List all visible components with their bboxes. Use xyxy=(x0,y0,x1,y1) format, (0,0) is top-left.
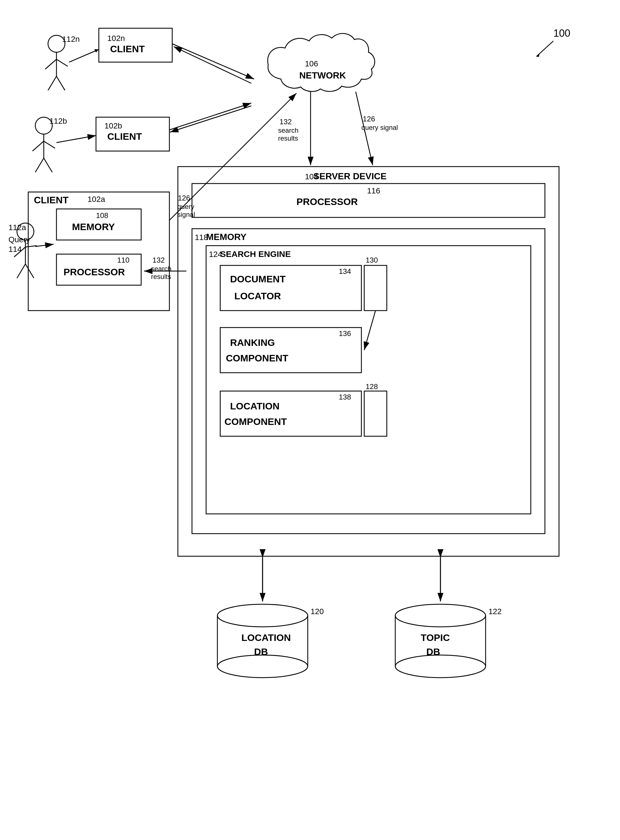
location-db-label1: LOCATION xyxy=(241,632,291,643)
search-results-label-left2: results xyxy=(151,273,171,280)
ref-112b-label: 112b xyxy=(50,117,67,125)
server-device-label: SERVER DEVICE xyxy=(313,171,387,181)
ref-120-label: 120 xyxy=(311,607,324,616)
ref-112n-label: 112n xyxy=(62,35,80,44)
svg-line-15 xyxy=(44,158,52,172)
svg-line-12 xyxy=(33,141,44,151)
memory-118-label: MEMORY xyxy=(206,232,247,242)
location-db-bottom xyxy=(217,655,308,677)
svg-line-3 xyxy=(45,59,56,69)
svg-line-18 xyxy=(170,106,251,132)
ref-136-label: 136 xyxy=(339,329,351,338)
ref-126-label-left: 126 xyxy=(178,194,190,202)
location-component-label2: COMPONENT xyxy=(224,416,287,427)
svg-line-22 xyxy=(17,264,26,278)
svg-line-13 xyxy=(44,141,55,148)
search-results-label-left: search xyxy=(151,265,172,272)
svg-marker-1 xyxy=(536,53,540,57)
ref-128-label: 128 xyxy=(366,382,378,391)
client-102a-box xyxy=(28,192,169,310)
client-102a-label: CLIENT xyxy=(34,194,69,205)
svg-line-25 xyxy=(364,310,376,350)
ref-132-label-right: 132 xyxy=(280,117,292,126)
ref-102b-label: 102b xyxy=(104,121,122,130)
network-cloud: 106 NETWORK xyxy=(268,34,375,92)
svg-line-14 xyxy=(35,158,44,172)
memory-108-label: MEMORY xyxy=(72,221,115,232)
search-results-label-right2: results xyxy=(278,134,298,142)
client-102b-label: CLIENT xyxy=(107,131,142,142)
topic-db-label1: TOPIC xyxy=(421,632,450,643)
ref-110-label: 110 xyxy=(117,256,129,264)
topic-db-top xyxy=(395,604,486,627)
system-diagram: 100 112n 102n CLIENT xyxy=(0,0,620,840)
ref-126-label-right: 126 xyxy=(363,114,375,123)
ref-114-label: 114 xyxy=(9,245,22,254)
location-db-label2: DB xyxy=(254,646,268,657)
client-102n-label: CLIENT xyxy=(110,44,145,54)
svg-line-16 xyxy=(56,135,96,143)
svg-line-24 xyxy=(35,244,54,247)
document-locator-label2: LOCATOR xyxy=(234,291,281,301)
ref-106-label: 106 xyxy=(305,59,318,68)
ranking-component-label1: RANKING xyxy=(230,337,275,348)
bracket-130 xyxy=(364,265,387,310)
processor-110-label: PROCESSOR xyxy=(63,266,125,277)
svg-line-7 xyxy=(69,50,99,62)
search-engine-label: SEARCH ENGINE xyxy=(220,249,291,259)
processor-116-label: PROCESSOR xyxy=(296,196,358,207)
ref-108-label: 108 xyxy=(96,211,108,220)
network-label: NETWORK xyxy=(299,70,346,80)
svg-line-5 xyxy=(48,76,56,90)
query-signal-label-left: query xyxy=(177,203,194,210)
svg-line-17 xyxy=(169,103,251,130)
query-signal-label-right: query signal xyxy=(361,123,398,131)
ref-130-label: 130 xyxy=(366,256,378,264)
ref-122-label: 122 xyxy=(488,607,502,616)
document-locator-label1: DOCUMENT xyxy=(230,274,286,285)
svg-line-23 xyxy=(26,264,34,278)
bracket-128 xyxy=(364,391,387,436)
svg-line-9 xyxy=(172,44,254,79)
search-engine-124-box xyxy=(206,245,531,514)
ref-112a-label: 112a xyxy=(9,223,26,232)
ranking-component-label2: COMPONENT xyxy=(226,353,288,363)
svg-line-6 xyxy=(56,76,65,90)
location-component-label1: LOCATION xyxy=(230,400,280,411)
ref-132-label-left: 132 xyxy=(152,256,165,264)
query-signal-label-left2: signal xyxy=(177,211,195,218)
topic-db-label2: DB xyxy=(426,646,440,657)
ref-100-label: 100 xyxy=(553,27,570,39)
ref-102a-label: 102a xyxy=(87,195,105,203)
svg-line-10 xyxy=(174,47,251,83)
location-db-top xyxy=(217,604,308,627)
topic-db-bottom xyxy=(395,655,486,677)
svg-line-4 xyxy=(56,59,68,66)
search-results-label-right: search xyxy=(278,126,298,134)
ref-134-label: 134 xyxy=(339,267,351,275)
ref-102n-label: 102n xyxy=(107,34,125,43)
query-label: Query xyxy=(9,235,30,244)
ref-116-label: 116 xyxy=(367,186,380,195)
svg-line-21 xyxy=(26,245,37,247)
ref-138-label: 138 xyxy=(339,393,351,401)
